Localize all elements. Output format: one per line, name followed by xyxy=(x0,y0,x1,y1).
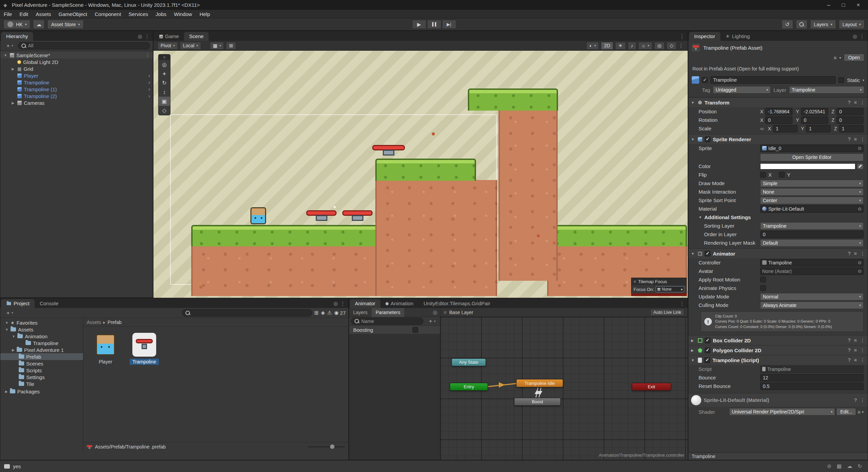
subtab-parameters[interactable]: Parameters xyxy=(372,308,404,317)
flip-x-checkbox[interactable] xyxy=(760,172,766,178)
additional-settings-foldout[interactable]: ▼ Additional Settings xyxy=(688,213,868,222)
console-message[interactable]: yes xyxy=(13,463,21,469)
focus-on-dropdown[interactable]: None ▾ xyxy=(656,286,684,292)
eyedropper-icon[interactable] xyxy=(857,163,864,169)
hierarchy-item-global-light[interactable]: Global Light 2D xyxy=(0,59,153,65)
animator-component-header[interactable]: ▼ ▶ Animator ?≡⋮ xyxy=(688,248,868,258)
tree-packages[interactable]: ▶ Packages xyxy=(0,388,83,395)
chevron-down-icon[interactable]: ▼ xyxy=(691,252,695,256)
play-button[interactable]: ▶ xyxy=(412,20,426,29)
polygon-collider-enabled-checkbox[interactable] xyxy=(705,347,710,353)
kebab-menu-icon[interactable]: ⋮ xyxy=(679,300,687,308)
node-trampoline-idle[interactable]: Trampoline Idle xyxy=(516,379,563,387)
grid-status-icon[interactable]: ▦ xyxy=(837,463,841,469)
tree-pixel-adventure-1[interactable]: ▶ Pixel Adventure 1 xyxy=(0,346,83,353)
transform-tool-button[interactable]: ◇ xyxy=(159,106,170,115)
asset-trampoline[interactable]: Trampoline xyxy=(126,332,163,365)
node-entry[interactable]: Entry xyxy=(450,383,488,391)
tree-settings[interactable]: Settings xyxy=(0,374,83,380)
mask-interaction-dropdown[interactable]: None▾ xyxy=(760,188,864,196)
active-checkbox[interactable] xyxy=(702,77,708,83)
thumbnail-zoom-slider[interactable] xyxy=(308,446,345,447)
static-checkbox[interactable] xyxy=(838,77,844,83)
tab-animation[interactable]: Animation xyxy=(380,299,419,308)
object-picker-icon[interactable]: ⊙ xyxy=(858,268,862,274)
prefab-open-arrow-icon[interactable]: › xyxy=(148,93,150,99)
shading-mode-dropdown[interactable]: ◐▾ xyxy=(586,42,599,50)
chevron-right-icon[interactable]: ▶ xyxy=(5,390,8,393)
search-by-label-icon[interactable]: ◈ xyxy=(321,310,325,316)
box-collider-header[interactable]: ▶ Box Collider 2D ?≡⋮ xyxy=(688,335,868,345)
step-button[interactable]: ▶| xyxy=(442,20,456,29)
prefab-open-arrow-icon[interactable]: › xyxy=(148,73,150,78)
snap-increment-button[interactable]: ⊞ xyxy=(226,42,236,50)
kebab-menu-icon[interactable]: ⋮ xyxy=(860,338,865,343)
polygon-collider-header[interactable]: ▶ Polygon Collider 2D ?≡⋮ xyxy=(688,345,868,355)
chevron-right-icon[interactable]: ▶ xyxy=(691,339,695,342)
material-object-field[interactable]: Sprite-Lit-Default ⊙ xyxy=(760,205,864,213)
kebab-menu-icon[interactable]: ⋮ xyxy=(679,33,687,41)
presets-icon[interactable]: ≡ xyxy=(854,357,857,363)
order-in-layer-field[interactable]: 0 xyxy=(760,231,864,238)
sprite-object-field[interactable]: Idle_0 ⊙ xyxy=(760,145,864,152)
view-tool-button[interactable]: ◎ xyxy=(159,60,170,69)
kebab-menu-icon[interactable]: ⋮ xyxy=(678,43,684,49)
breadcrumb-prefab[interactable]: Prefab xyxy=(108,320,121,325)
rotation-x-field[interactable]: 0 xyxy=(765,116,792,124)
hierarchy-search-input[interactable]: All xyxy=(18,42,150,49)
effects-dropdown[interactable]: ☼▾ xyxy=(638,42,652,50)
position-x-field[interactable]: -1.768964 xyxy=(765,108,792,115)
tree-animation[interactable]: ▼ Animation xyxy=(0,333,83,340)
object-picker-icon[interactable]: ⊙ xyxy=(858,206,862,211)
menu-edit[interactable]: Edit xyxy=(16,10,32,18)
layout-dropdown[interactable]: Layout ▾ xyxy=(839,20,865,29)
scale-x-field[interactable]: 1 xyxy=(773,125,798,132)
parameter-search-input[interactable]: Name xyxy=(351,318,423,325)
rendering-layer-mask-dropdown[interactable]: Default▾ xyxy=(760,239,864,247)
script-enabled-checkbox[interactable] xyxy=(704,357,710,363)
object-picker-icon[interactable]: ⊙ xyxy=(858,260,862,265)
asset-store-button[interactable]: Asset Store ▾ xyxy=(47,20,83,29)
scene-audio-toggle[interactable]: ♪ xyxy=(628,42,636,50)
kebab-menu-icon[interactable]: ⋮ xyxy=(859,33,867,41)
presets-icon[interactable]: ≡ xyxy=(854,338,857,343)
help-icon[interactable]: ? xyxy=(854,397,857,403)
transform-header[interactable]: ▼ ⊕ Transform ?≡⋮ xyxy=(688,97,868,107)
chevron-down-icon[interactable]: ▼ xyxy=(691,137,695,141)
auto-live-link-toggle[interactable]: Auto Live Link xyxy=(650,309,684,316)
menu-window[interactable]: Window xyxy=(170,10,196,18)
alert-icon[interactable]: ⚠ xyxy=(327,310,332,316)
chevron-down-icon[interactable]: ▼ xyxy=(5,321,9,325)
kebab-menu-icon[interactable]: ⋮ xyxy=(860,251,865,256)
maximize-button[interactable]: □ xyxy=(842,2,845,8)
grid-snapping-dropdown[interactable]: ▦▾ xyxy=(210,42,224,50)
animator-enabled-checkbox[interactable] xyxy=(705,251,710,257)
open-prefab-button[interactable]: Open xyxy=(844,54,864,61)
controller-object-field[interactable]: Trampoline ⊙ xyxy=(760,259,864,266)
presets-icon[interactable]: ≡ xyxy=(854,136,857,142)
menu-assets[interactable]: Assets xyxy=(32,10,55,18)
help-icon[interactable]: ? xyxy=(848,347,851,353)
trampoline-sprite-2[interactable] xyxy=(306,210,337,221)
create-button[interactable]: ＋▾ xyxy=(3,43,16,49)
chevron-down-icon[interactable]: ▼ xyxy=(691,101,695,104)
properties-icon[interactable]: ≡ xyxy=(834,55,837,61)
sprite-sort-point-dropdown[interactable]: Center▾ xyxy=(760,197,864,204)
rotation-y-field[interactable]: 0 xyxy=(801,116,828,124)
hidden-count-toggle[interactable]: ◉ 27 xyxy=(334,310,346,316)
parameter-row-boosting[interactable]: Boosting xyxy=(349,326,440,334)
close-button[interactable]: × xyxy=(857,2,860,8)
minimize-button[interactable]: – xyxy=(827,2,830,8)
kebab-menu-icon[interactable]: ⋮ xyxy=(860,397,865,403)
layers-dropdown[interactable]: Layers ▾ xyxy=(810,20,836,29)
chevron-down-icon[interactable]: ▾ xyxy=(862,410,864,414)
menu-jobs[interactable]: Jobs xyxy=(152,10,170,18)
color-swatch[interactable] xyxy=(760,163,855,169)
trampoline-script-header[interactable]: ▼ Trampoline (Script) ?≡⋮ xyxy=(688,355,868,365)
prefab-open-arrow-icon[interactable]: › xyxy=(148,80,150,85)
help-icon[interactable]: ? xyxy=(848,136,851,142)
state-machine-canvas[interactable]: Any State Entry Trampoline Idle Boost Ex… xyxy=(440,317,688,460)
animate-physics-checkbox[interactable] xyxy=(760,285,766,291)
console-message-icon[interactable] xyxy=(4,464,10,469)
chevron-down-icon[interactable]: ▼ xyxy=(12,335,15,338)
